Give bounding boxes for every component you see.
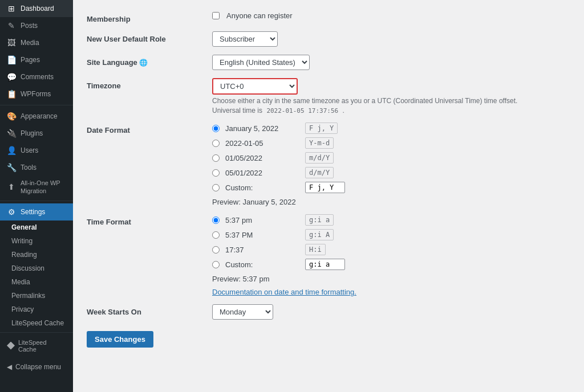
sidebar-item-pages[interactable]: 📄 Pages: [0, 51, 73, 68]
week-starts-select[interactable]: Sunday Monday Tuesday Wednesday Thursday…: [212, 304, 273, 320]
time-format-code-0: g:i a: [305, 214, 334, 226]
time-format-code-2: H:i: [305, 244, 326, 255]
migration-icon: ⬆: [7, 182, 16, 191]
appearance-icon: 🎨: [7, 112, 16, 121]
submenu-item-general[interactable]: General: [0, 220, 73, 234]
time-format-radio-2[interactable]: [212, 246, 220, 254]
date-format-code-0: F j, Y: [305, 122, 338, 134]
date-format-label-custom: Custom:: [225, 183, 299, 192]
week-starts-field: Sunday Monday Tuesday Wednesday Thursday…: [212, 304, 570, 320]
sidebar-divider-1: [0, 105, 73, 105]
submenu-item-writing[interactable]: Writing: [0, 234, 73, 248]
sidebar-item-wpforms[interactable]: 📋 WPForms: [0, 85, 73, 103]
sidebar-item-tools[interactable]: 🔧 Tools: [0, 159, 73, 176]
media-icon: 🖼: [7, 38, 16, 47]
date-format-radio-0[interactable]: [212, 125, 220, 132]
settings-submenu: General Writing Reading Discussion Media…: [0, 220, 73, 330]
date-format-custom-input[interactable]: [305, 182, 345, 193]
time-format-preview: Preview: 5:37 pm: [212, 275, 570, 283]
tools-icon: 🔧: [7, 163, 16, 172]
submenu-item-permalinks[interactable]: Permalinks: [0, 289, 73, 303]
sidebar-item-settings[interactable]: ⚙ Settings: [0, 203, 73, 220]
time-format-radio-group: 5:37 pm g:i a 5:37 PM g:i A 17:37 H:i: [212, 214, 570, 270]
submenu-item-reading[interactable]: Reading: [0, 248, 73, 262]
time-format-label-0: 5:37 pm: [225, 216, 299, 224]
time-format-custom-input[interactable]: [305, 259, 345, 270]
time-format-option-0: 5:37 pm g:i a: [212, 214, 570, 226]
date-format-radio-group: January 5, 2022 F j, Y 2022-01-05 Y-m-d …: [212, 122, 570, 193]
timezone-field: UTC+0 Choose either a city in the same t…: [212, 78, 570, 115]
time-format-label: Time Format: [87, 214, 212, 226]
sidebar-item-plugins[interactable]: 🔌 Plugins: [0, 125, 73, 142]
time-format-label-2: 17:37: [225, 246, 299, 254]
time-format-radio-1[interactable]: [212, 231, 220, 239]
date-format-option-2: 01/05/2022 m/d/Y: [212, 152, 570, 164]
membership-checkbox-label[interactable]: Anyone can register: [212, 11, 570, 20]
submenu-item-litespeed-cache[interactable]: LiteSpeed Cache: [0, 316, 73, 330]
collapse-menu-button[interactable]: ◀ Collapse menu: [0, 359, 73, 375]
membership-checkbox[interactable]: [212, 12, 220, 19]
wpforms-icon: 📋: [7, 89, 16, 99]
site-language-icon: 🌐: [139, 59, 148, 67]
sidebar-item-appearance[interactable]: 🎨 Appearance: [0, 108, 73, 125]
timezone-select[interactable]: UTC+0: [212, 78, 298, 95]
site-language-label: Site Language 🌐: [87, 55, 212, 67]
submenu-item-media[interactable]: Media: [0, 275, 73, 289]
date-format-radio-3[interactable]: [212, 169, 220, 177]
new-user-role-label: New User Default Role: [87, 31, 212, 43]
sidebar-item-dashboard[interactable]: ⊞ Dashboard: [0, 0, 73, 17]
save-changes-button[interactable]: Save Changes: [87, 331, 153, 348]
dashboard-icon: ⊞: [7, 4, 16, 13]
sidebar-divider-3: [0, 332, 73, 333]
time-format-label-1: 5:37 PM: [225, 231, 299, 239]
time-format-field: 5:37 pm g:i a 5:37 PM g:i A 17:37 H:i: [212, 214, 570, 296]
time-format-option-2: 17:37 H:i: [212, 244, 570, 255]
date-format-option-3: 05/01/2022 d/m/Y: [212, 167, 570, 178]
timezone-time-value: 2022-01-05 17:37:56: [264, 107, 340, 115]
membership-row: Membership Anyone can register: [87, 11, 570, 23]
site-language-row: Site Language 🌐 English (United States): [87, 55, 570, 70]
date-format-radio-custom[interactable]: [212, 184, 220, 191]
timezone-row: Timezone UTC+0 Choose either a city in t…: [87, 78, 570, 115]
comments-icon: 💬: [7, 72, 16, 81]
sidebar-item-comments[interactable]: 💬 Comments: [0, 68, 73, 85]
datetime-doc-link[interactable]: Documentation on date and time formattin…: [212, 288, 356, 296]
submenu-item-privacy[interactable]: Privacy: [0, 303, 73, 316]
sidebar-item-allinone[interactable]: ⬆ All-in-One WP Migration: [0, 176, 73, 198]
timezone-hint: Choose either a city in the same timezon…: [212, 97, 570, 105]
sidebar-item-litespeed[interactable]: LiteSpeed Cache: [0, 335, 73, 357]
site-language-field: English (United States): [212, 55, 570, 70]
pages-icon: 📄: [7, 55, 16, 64]
date-format-label-3: 05/01/2022: [225, 169, 299, 177]
date-format-radio-1[interactable]: [212, 140, 220, 147]
sidebar-item-users[interactable]: 👤 Users: [0, 142, 73, 159]
date-format-code-1: Y-m-d: [305, 137, 334, 149]
main-content: Membership Anyone can register New User …: [73, 0, 584, 392]
date-format-label-0: January 5, 2022: [225, 124, 299, 133]
date-format-code-3: d/m/Y: [305, 167, 334, 178]
date-format-radio-2[interactable]: [212, 154, 220, 162]
time-format-radio-0[interactable]: [212, 217, 220, 224]
new-user-role-field: Subscriber Contributor Author Editor Adm…: [212, 31, 570, 47]
date-format-field: January 5, 2022 F j, Y 2022-01-05 Y-m-d …: [212, 122, 570, 206]
new-user-role-row: New User Default Role Subscriber Contrib…: [87, 31, 570, 47]
date-format-preview: Preview: January 5, 2022: [212, 198, 570, 206]
users-icon: 👤: [7, 146, 16, 155]
sidebar-item-media[interactable]: 🖼 Media: [0, 34, 73, 51]
posts-icon: ✎: [7, 21, 16, 30]
time-format-radio-custom[interactable]: [212, 261, 220, 268]
date-format-label-2: 01/05/2022: [225, 154, 299, 162]
membership-label: Membership: [87, 11, 212, 23]
submenu-item-discussion[interactable]: Discussion: [0, 262, 73, 275]
new-user-role-select[interactable]: Subscriber Contributor Author Editor Adm…: [212, 31, 278, 47]
sidebar-item-posts[interactable]: ✎ Posts: [0, 17, 73, 34]
membership-field: Anyone can register: [212, 11, 570, 20]
date-format-row: Date Format January 5, 2022 F j, Y 2022-…: [87, 122, 570, 206]
settings-icon: ⚙: [7, 207, 16, 217]
sidebar-divider-2: [0, 201, 73, 201]
week-starts-label: Week Starts On: [87, 304, 212, 316]
timezone-time: Universal time is 2022-01-05 17:37:56 .: [212, 107, 570, 115]
plugins-icon: 🔌: [7, 129, 16, 138]
date-format-code-2: m/d/Y: [305, 152, 334, 164]
site-language-select[interactable]: English (United States): [212, 55, 310, 70]
